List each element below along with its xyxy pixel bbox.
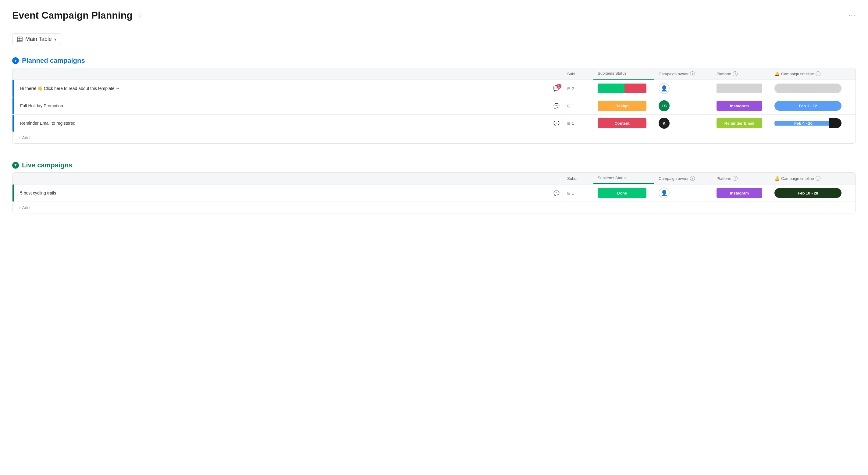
subitems-status-cell[interactable] (593, 80, 654, 97)
table-row: Fall Holiday Promotion💬⊞1DesignLSInstagr… (12, 97, 856, 115)
platform-cell[interactable]: Reminder Email (712, 115, 770, 132)
th-subitems-status: Subitems Status (593, 68, 654, 80)
th-subitems: Subi... (563, 173, 593, 184)
table-row: Reminder Email to registered💬⊞1ContentKR… (12, 115, 856, 132)
group-collapse-button[interactable]: ▼ (12, 162, 19, 169)
subitems-count: 2 (572, 86, 574, 91)
row-name-text[interactable]: Reminder Email to registered (17, 118, 549, 129)
avatar: LS (659, 100, 670, 111)
subitems-status-cell[interactable]: Content (593, 115, 654, 132)
row-accent (12, 115, 14, 132)
info-icon[interactable]: i (733, 176, 738, 181)
row-name-cell: Hi there! 👋 Click here to read about thi… (12, 80, 563, 97)
table-row: 5 best cycling trails💬⊞1Done👤InstagramFe… (12, 184, 856, 202)
th-subitems: Subi... (563, 68, 593, 80)
subitems-icon: ⊞ (567, 191, 570, 196)
platform-badge: Reminder Email (716, 118, 762, 128)
more-options-icon[interactable]: ··· (848, 11, 856, 20)
subitems-icon: ⊞ (567, 86, 570, 91)
info-icon[interactable]: i (815, 71, 820, 76)
campaign-owner-cell[interactable]: 👤 (654, 184, 712, 202)
row-accent (12, 80, 14, 97)
th-platform: Platformi (712, 173, 770, 184)
status-badge: Content (598, 118, 646, 128)
star-icon[interactable]: ☆ (136, 11, 142, 20)
subitems-count-cell: ⊞1 (563, 115, 593, 132)
row-name-cell: 5 best cycling trails💬 (12, 184, 563, 202)
view-label: Main Table (25, 36, 52, 42)
comment-icon[interactable]: 💬 (554, 190, 560, 196)
view-selector[interactable]: Main Table ▾ (12, 33, 61, 45)
comment-icon[interactable]: 💬 (554, 103, 560, 109)
timeline-cell[interactable]: Feb 4 - 20 (770, 115, 856, 132)
timeline-cell[interactable]: Feb 1 - 12 (770, 97, 856, 114)
status-bar (598, 84, 646, 93)
th-campaign-owner: Campaign owneri (654, 173, 712, 184)
group-title-planned: Planned campaigns (22, 57, 85, 65)
campaign-owner-cell[interactable]: K (654, 115, 712, 132)
campaign-owner-cell[interactable]: LS (654, 97, 712, 114)
info-icon[interactable]: i (690, 71, 695, 76)
timeline-dark-part (829, 118, 841, 128)
group-header-planned: ▼Planned campaigns (12, 54, 856, 68)
row-name-cell: Reminder Email to registered💬 (12, 115, 563, 132)
platform-badge: Instagram (716, 188, 762, 198)
subitems-count: 1 (572, 121, 574, 126)
info-icon[interactable]: i (733, 71, 738, 76)
th-platform: Platformi (712, 68, 770, 80)
row-name-text[interactable]: 5 best cycling trails (17, 187, 549, 199)
comment-icon[interactable]: 💬1 (553, 85, 560, 92)
platform-cell[interactable]: Instagram (712, 184, 770, 202)
info-icon[interactable]: i (815, 176, 820, 181)
platform-badge: Instagram (716, 101, 762, 111)
page-header: Event Campaign Planning ☆ ··· (12, 10, 856, 21)
avatar: K (659, 118, 670, 129)
groups-container: ▼Planned campaignsSubi...Subitems Status… (12, 54, 856, 213)
avatar-placeholder: 👤 (659, 83, 670, 94)
status-segment (624, 84, 646, 93)
add-row-button[interactable]: + Add (12, 202, 856, 213)
status-badge: Design (598, 101, 646, 111)
campaign-owner-cell[interactable]: 👤 (654, 80, 712, 97)
table-icon (17, 36, 23, 42)
subitems-icon: ⊞ (567, 121, 570, 126)
bell-icon: 🔔 (774, 176, 780, 181)
th-subitems-status: Subitems Status (593, 173, 654, 184)
svg-rect-0 (18, 37, 22, 42)
status-segment (598, 84, 624, 93)
timeline-bar-split: Feb 4 - 20 (774, 118, 841, 128)
platform-cell[interactable] (712, 80, 770, 97)
row-name-text[interactable]: Hi there! 👋 Click here to read about thi… (17, 83, 548, 94)
timeline-bar-blue: Feb 1 - 12 (774, 101, 841, 111)
subitems-count: 1 (572, 191, 574, 196)
row-name-text[interactable]: Fall Holiday Promotion (17, 100, 549, 111)
timeline-bar-dark: Feb 10 - 28 (774, 188, 841, 198)
group-collapse-button[interactable]: ▼ (12, 57, 19, 64)
subitems-count-cell: ⊞2 (563, 80, 593, 97)
group-section-planned: ▼Planned campaignsSubi...Subitems Status… (12, 54, 856, 144)
info-icon[interactable]: i (690, 176, 695, 181)
bell-icon: 🔔 (774, 71, 780, 76)
comment-icon[interactable]: 💬 (554, 120, 560, 126)
row-name-cell: Fall Holiday Promotion💬 (12, 97, 563, 114)
subitems-status-cell[interactable]: Design (593, 97, 654, 114)
page-title-area: Event Campaign Planning ☆ (12, 10, 142, 21)
subitems-status-cell[interactable]: Done (593, 184, 654, 202)
table-header-row: Subi...Subitems StatusCampaign owneriPla… (12, 68, 856, 80)
row-accent (12, 184, 14, 202)
timeline-cell[interactable]: — (770, 80, 856, 97)
status-badge: Done (598, 188, 646, 198)
subitems-count-cell: ⊞1 (563, 97, 593, 114)
table-planned: Subi...Subitems StatusCampaign owneriPla… (12, 68, 856, 144)
add-row-button[interactable]: + Add (12, 132, 856, 143)
subitems-icon: ⊞ (567, 103, 570, 108)
table-header-row: Subi...Subitems StatusCampaign owneriPla… (12, 173, 856, 184)
timeline-cell[interactable]: Feb 10 - 28 (770, 184, 856, 202)
platform-cell[interactable]: Instagram (712, 97, 770, 114)
th-campaign-timeline: 🔔Campaign timelinei (770, 173, 856, 184)
page-title: Event Campaign Planning (12, 10, 132, 21)
timeline-bar-gray: — (774, 84, 841, 93)
chevron-down-icon: ▾ (54, 37, 56, 42)
timeline-blue-part: Feb 4 - 20 (774, 121, 829, 126)
table-row: Hi there! 👋 Click here to read about thi… (12, 80, 856, 97)
